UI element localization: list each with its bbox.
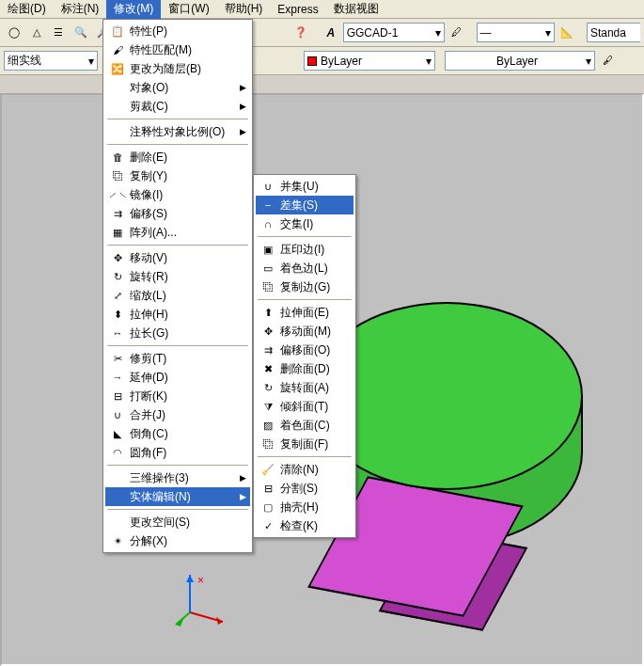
blank-icon (109, 469, 126, 486)
menu-item[interactable]: ▢抽壳(H) (256, 498, 353, 516)
menu-item-label: 剪裁(C) (130, 99, 168, 115)
menu-item[interactable]: 🔀更改为随层(B) (105, 59, 250, 78)
linetype-combo[interactable]: 细实线▾ (4, 51, 98, 71)
menu-item[interactable]: ✥移动(V) (105, 248, 250, 267)
textstyle-icon[interactable]: A (321, 23, 341, 43)
menu-item[interactable]: ✴分解(X) (105, 531, 250, 550)
menu-item[interactable]: ▣压印边(I) (256, 240, 353, 259)
textstyle-combo[interactable]: Standa (587, 23, 640, 42)
rotate-icon: ↻ (109, 268, 126, 285)
menu-item[interactable]: ↔拉长(G) (105, 324, 250, 342)
menu-item-label: 并集(U) (280, 179, 319, 195)
blank-icon (109, 79, 126, 96)
blank-icon (109, 514, 126, 531)
menu-item[interactable]: 📋特性(P) (105, 22, 250, 40)
menu-item[interactable]: 🧹清除(N) (256, 460, 353, 479)
menu-item[interactable]: 注释性对象比例(O)▶ (105, 122, 250, 141)
help-icon[interactable]: ❓ (291, 23, 311, 43)
menu-item[interactable]: ⧩倾斜面(T) (256, 397, 353, 416)
linetype2-value: ByLayer (448, 55, 586, 68)
offset-icon: ⇉ (109, 205, 126, 222)
tool-icon[interactable]: 📐 (557, 23, 577, 43)
menu-item[interactable]: ✖删除面(D) (256, 359, 353, 378)
menu-item[interactable]: 对象(O)▶ (105, 78, 250, 97)
menu-item[interactable]: ⊟打断(K) (105, 387, 250, 405)
menu-item[interactable]: 三维操作(3)▶ (105, 468, 250, 487)
menu-item-label: 抽壳(H) (280, 500, 319, 515)
menu-item-label: 清除(N) (280, 462, 319, 478)
menu-item[interactable]: 剪裁(C)▶ (105, 97, 250, 116)
menu-item-label: 更改为随层(B) (130, 61, 201, 77)
match-icon: 🖌 (109, 41, 126, 58)
check-icon: ✓ (259, 517, 276, 534)
menu-item[interactable]: ∩交集(I) (256, 214, 353, 233)
menu-item[interactable]: 标注(N) (54, 0, 107, 19)
menu-separator (258, 236, 352, 237)
menu-item[interactable]: 帮助(H) (217, 0, 271, 19)
menu-item[interactable]: ✓检查(K) (256, 516, 353, 535)
menu-item[interactable]: ⤢缩放(L) (105, 286, 250, 305)
menu-item[interactable]: ⇉偏移面(O) (256, 341, 353, 359)
union-icon: ∪ (259, 178, 276, 195)
menu-item[interactable]: 数据视图 (326, 0, 386, 19)
menu-item[interactable]: ▦阵列(A)... (105, 223, 250, 242)
tool-icon[interactable]: △ (26, 23, 47, 43)
menu-item[interactable]: ↻旋转面(A) (256, 378, 353, 397)
tool-icon[interactable]: 🔍 (71, 23, 91, 43)
moveface-icon: ✥ (259, 323, 276, 340)
menu-item[interactable]: ⊟分割(S) (256, 479, 353, 498)
color-combo[interactable]: ByLayer▾ (304, 51, 435, 71)
blank-icon (109, 488, 126, 505)
menu-item[interactable]: ⿻复制边(G) (256, 278, 353, 296)
menu-item[interactable]: ✂修剪(T) (105, 349, 250, 368)
menu-item-label: 复制边(G) (280, 279, 330, 295)
menu-item[interactable]: ◠圆角(F) (105, 443, 250, 462)
solidedit-submenu: ∪并集(U)−差集(S)∩交集(I)▣压印边(I)▭着色边(L)⿻复制边(G)⬆… (253, 174, 356, 538)
taperface-icon: ⧩ (259, 398, 276, 415)
menu-item-label: 分割(S) (280, 481, 318, 497)
trim-icon: ✂ (109, 350, 126, 367)
menu-item[interactable]: 🖌特性匹配(M) (105, 40, 250, 59)
menu-separator (107, 465, 248, 466)
menu-item[interactable]: 窗口(W) (161, 0, 216, 19)
menu-item[interactable]: ⇉偏移(S) (105, 204, 250, 223)
menu-item[interactable]: 修改(M) (106, 0, 161, 19)
menu-item[interactable]: ⬆拉伸面(E) (256, 303, 353, 322)
copyedge-icon: ⿻ (259, 278, 276, 295)
tool-icon[interactable]: ◯ (4, 23, 24, 43)
submenu-arrow-icon: ▶ (240, 83, 246, 92)
menu-item[interactable]: ⬍拉伸(H) (105, 305, 250, 324)
menu-item[interactable]: −差集(S) (256, 196, 353, 214)
tool-icon[interactable]: 🖊 (447, 23, 467, 43)
menu-item[interactable]: ⿻复制面(F) (256, 435, 353, 453)
menu-item[interactable]: 更改空间(S) (105, 513, 250, 531)
menu-item[interactable]: Express (270, 1, 325, 18)
menu-item[interactable]: ▨着色面(C) (256, 416, 353, 435)
tool-icon[interactable]: 🖋 (597, 51, 618, 71)
color-value: ByLayer (321, 55, 362, 68)
dimstyle-combo[interactable]: GGCAD-1▾ (343, 23, 445, 42)
menu-item-label: 旋转(R) (130, 269, 168, 285)
menu-item[interactable]: ⟋⟍镜像(I) (105, 185, 250, 204)
submenu-arrow-icon: ▶ (240, 102, 246, 111)
menu-item-label: 检查(K) (280, 518, 318, 534)
menu-item[interactable]: ◣倒角(C) (105, 424, 250, 443)
menu-item[interactable]: 实体编辑(N)▶ (105, 487, 250, 506)
menu-item[interactable]: ↻旋转(R) (105, 267, 250, 286)
menu-item[interactable]: ∪合并(J) (105, 405, 250, 424)
menu-item[interactable]: →延伸(D) (105, 368, 250, 387)
subtract-icon: − (259, 197, 276, 214)
menu-item[interactable]: ✥移动面(M) (256, 322, 353, 341)
linetype2-combo[interactable]: ByLayer▾ (445, 51, 595, 71)
menu-item[interactable]: ∪并集(U) (256, 177, 353, 196)
lineweight-combo[interactable]: —▾ (477, 23, 556, 42)
menu-item[interactable]: 绘图(D) (0, 0, 54, 19)
menu-item-label: 移动(V) (130, 250, 167, 266)
menu-item[interactable]: ⿻复制(Y) (105, 166, 250, 185)
menu-item[interactable]: ▭着色边(L) (256, 259, 353, 278)
separate-icon: ⊟ (259, 480, 276, 497)
mirror-icon: ⟋⟍ (109, 186, 126, 203)
tool-icon[interactable]: ☰ (48, 23, 69, 43)
menu-item[interactable]: 🗑删除(E) (105, 148, 250, 166)
menu-item-label: 偏移面(O) (280, 342, 330, 358)
